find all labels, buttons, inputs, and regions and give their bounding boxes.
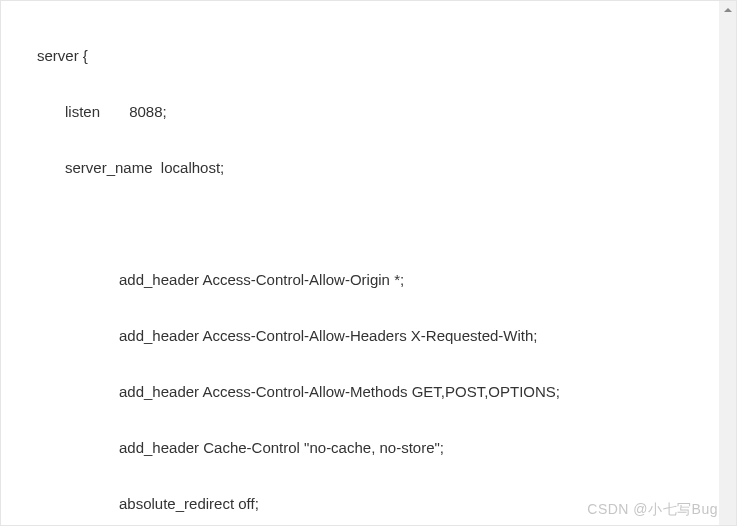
code-line: add_header Cache-Control "no-cache, no-s… (9, 437, 728, 459)
code-line: server { (9, 45, 728, 67)
code-line: add_header Access-Control-Allow-Headers … (9, 325, 728, 347)
code-line (9, 213, 728, 235)
code-block: server { listen 8088; server_name localh… (1, 1, 736, 526)
code-line: add_header Access-Control-Allow-Methods … (9, 381, 728, 403)
code-line: server_name localhost; (9, 157, 728, 179)
scroll-up-arrow-icon[interactable] (719, 3, 736, 17)
code-line: add_header Access-Control-Allow-Origin *… (9, 269, 728, 291)
vertical-scrollbar[interactable] (719, 1, 736, 525)
code-line: listen 8088; (9, 101, 728, 123)
watermark-text: CSDN @小七写Bug (587, 501, 718, 519)
